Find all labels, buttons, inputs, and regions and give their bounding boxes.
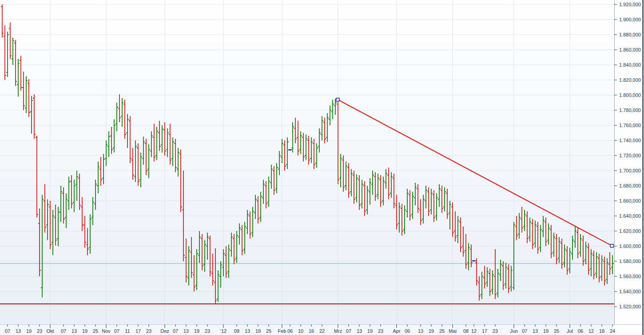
y-tick-label: 1.780,000 <box>619 108 641 113</box>
y-tick-label: 1.600,000 <box>619 243 641 249</box>
y-tick-label: 1.700,000 <box>619 168 641 173</box>
x-tick-label: Jul <box>567 328 573 334</box>
x-tick-label: 13 <box>533 328 538 334</box>
y-tick-label: 1.640,000 <box>619 213 641 219</box>
x-tick-label: 12 <box>588 328 594 334</box>
y-tick-label: 1.540,000 <box>619 289 641 294</box>
y-tick-label: 1.820,000 <box>619 77 641 83</box>
x-tick-label: 07 <box>5 328 10 334</box>
trendline-handle-start[interactable] <box>336 98 339 101</box>
x-tick-label: 12 <box>471 328 477 334</box>
x-tick-label: 22 <box>319 328 325 334</box>
y-tick-label: 1.580,000 <box>619 259 641 264</box>
x-tick-label: 09 <box>234 328 239 334</box>
x-tick-label: 19 <box>26 328 32 334</box>
x-tick-label: 11 <box>125 328 130 334</box>
y-tick-label: 1.680,000 <box>619 183 641 188</box>
x-tick-label: 17 <box>482 328 487 334</box>
y-tick-label: 1.860,000 <box>619 47 641 52</box>
x-tick-label: 13 <box>418 328 423 334</box>
x-tick-label: 13 <box>16 328 21 334</box>
x-tick-label: 25 <box>554 328 559 334</box>
x-tick-label: 17 <box>135 328 141 334</box>
x-tick-label: 13 <box>72 328 77 334</box>
window-border-dark <box>642 0 643 335</box>
x-tick-label: 07 <box>522 328 527 334</box>
x-tick-label: 24 <box>610 328 615 334</box>
x-tick-label: 19 <box>82 328 87 334</box>
y-tick-label: 1.760,000 <box>619 123 641 128</box>
y-tick-label: 1.800,000 <box>619 92 641 98</box>
x-tick-label: 23 <box>378 328 383 334</box>
x-tick-label: 25 <box>266 328 271 334</box>
y-tick-label: 1.740,000 <box>619 138 641 143</box>
x-tick-label: 19 <box>194 328 199 334</box>
x-tick-label: 19 <box>429 328 434 334</box>
x-tick-label: 16 <box>309 328 314 334</box>
x-tick-label: 07 <box>114 328 119 334</box>
x-tick-label: 19 <box>255 328 261 334</box>
x-tick-label: 13 <box>357 328 362 334</box>
x-tick-label: Mai <box>449 328 457 334</box>
x-tick-label: 06 <box>287 328 293 334</box>
x-tick-label: 25 <box>439 328 445 334</box>
y-tick-label: 1.900,000 <box>619 17 641 22</box>
x-tick-label: Okt <box>46 328 54 334</box>
x-tick-label: 19 <box>367 328 373 334</box>
x-tick-label: Dez <box>160 328 169 334</box>
x-tick-label: 18 <box>599 328 604 334</box>
x-tick-label: 07 <box>61 328 66 334</box>
x-tick-label: 08 <box>463 328 469 334</box>
x-tick-label: 10 <box>298 328 303 334</box>
x-tick-label: Jun <box>510 328 518 334</box>
x-tick-label: 07 <box>346 328 351 334</box>
x-tick-label: Feb <box>278 328 286 334</box>
y-tick-label: 1.880,000 <box>619 32 641 37</box>
y-tick-label: 1.520,000 <box>619 304 641 309</box>
x-tick-label: 07 <box>173 328 178 334</box>
plot-area-background <box>0 0 614 324</box>
x-tick-label: 13 <box>245 328 250 334</box>
y-tick-label: 1.720,000 <box>619 153 641 158</box>
x-tick-label: 06 <box>405 328 410 334</box>
x-tick-label: 23 <box>37 328 42 334</box>
y-tick-label: 1.560,000 <box>619 274 641 279</box>
x-tick-label: 23 <box>493 328 498 334</box>
x-tick-label: Nov <box>102 328 111 334</box>
x-tick-label: Apr <box>393 328 400 334</box>
price-chart[interactable]: 1.920,0001.900,0001.880,0001.860,0001.84… <box>0 0 644 335</box>
y-tick-label: 1.920,000 <box>619 2 641 7</box>
x-tick-label: Mrz <box>334 328 342 334</box>
y-tick-label: 1.660,000 <box>619 198 641 203</box>
x-tick-label: 19 <box>543 328 549 334</box>
x-tick-label: 25 <box>93 328 98 334</box>
x-tick-label: '12 <box>220 328 227 334</box>
trendline-handle-end[interactable] <box>610 244 613 247</box>
y-tick-label: 1.840,000 <box>619 62 641 68</box>
x-tick-label: 23 <box>146 328 151 334</box>
x-tick-label: 23 <box>205 328 210 334</box>
x-tick-label: 06 <box>578 328 583 334</box>
y-tick-label: 1.620,000 <box>619 228 641 234</box>
chart-window: 1.920,0001.900,0001.880,0001.860,0001.84… <box>0 0 644 335</box>
x-tick-label: 13 <box>183 328 189 334</box>
